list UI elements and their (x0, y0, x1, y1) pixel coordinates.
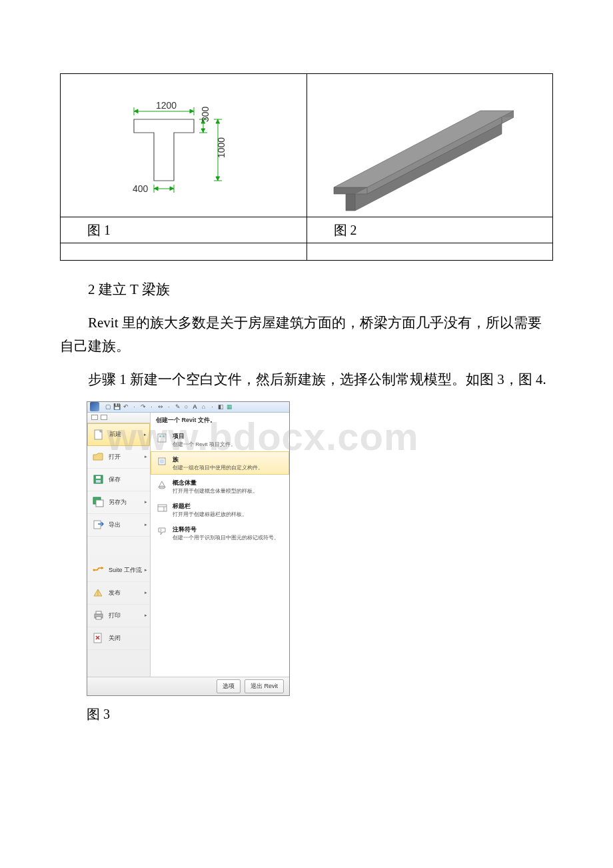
dim-1000: 1000 (216, 137, 227, 158)
qat-save-icon[interactable]: 💾 (113, 403, 121, 411)
menu-item-new[interactable]: 新建▸ (87, 423, 150, 446)
menu-item-label: 导出 (109, 520, 145, 530)
qat-home-icon[interactable]: ⌂ (200, 403, 207, 411)
svg-marker-15 (346, 194, 355, 211)
menu-item-publish[interactable]: 发布▸ (87, 582, 150, 605)
menu-item-label: 保存 (109, 475, 147, 485)
new-submenu-item-family[interactable]: 族创建一组在项目中使用的自定义构件。 (151, 451, 289, 475)
svg-point-26 (93, 569, 95, 571)
menu-item-label: 发布 (109, 588, 145, 598)
recent-doc-icon (91, 415, 98, 420)
submenu-item-desc: 打开用于创建标题栏族的样板。 (173, 511, 247, 518)
new-submenu-item-anno[interactable]: i注释符号创建一个用于识别项目中图元的标记或符号。 (151, 521, 289, 545)
submenu-item-title: 概念体量 (173, 478, 258, 488)
fig3-label: 图 3 (60, 703, 553, 725)
mass-icon (155, 478, 170, 491)
svg-rect-32 (158, 434, 166, 442)
paragraph-1: Revit 里的族大多数是关于房屋建筑方面的，桥梁方面几乎没有，所以需要自己建族… (60, 311, 553, 359)
anno-icon: i (155, 525, 170, 538)
svg-rect-25 (94, 521, 101, 529)
menu-item-print[interactable]: 打印▸ (87, 605, 150, 627)
open-icon (91, 450, 106, 463)
qat-redo-icon[interactable]: ↷ (139, 403, 147, 411)
fig1-label-cell: 图 1 (61, 217, 307, 243)
app-menu-footer: 选项 退出 Revit (87, 677, 289, 695)
fig2-cell (306, 74, 553, 217)
dim-400: 400 (133, 183, 149, 194)
submenu-item-desc: 打开用于创建概念体量模型的样板。 (173, 488, 258, 495)
svg-rect-29 (96, 611, 101, 614)
right-panel-header: 创建一个 Revit 文件。 (151, 413, 289, 428)
menu-item-label: 打印 (109, 611, 145, 621)
menu-item-label: 关闭 (109, 633, 147, 643)
export-icon (91, 518, 106, 531)
svg-text:i: i (161, 528, 161, 532)
svg-rect-36 (160, 459, 164, 463)
qat-3d-icon[interactable]: ◧ (217, 403, 225, 411)
svg-rect-38 (158, 505, 167, 511)
menu-item-saveas[interactable]: 另存为▸ (87, 491, 150, 514)
qat-panel-icon[interactable]: ▦ (226, 403, 233, 411)
title-icon (155, 501, 170, 515)
qat-text-icon[interactable]: A (191, 403, 199, 411)
project-icon (155, 431, 170, 445)
app-menu-left-column: 新建▸打开▸保存另存为▸导出▸Suite 工作流▸发布▸打印▸关闭 (87, 413, 151, 677)
save-icon (91, 473, 106, 486)
menu-item-close[interactable]: 关闭 (87, 627, 150, 650)
new-submenu-item-project[interactable]: 项目创建一个 Revit 项目文件。 (151, 428, 289, 451)
exit-revit-button[interactable]: 退出 Revit (245, 679, 284, 693)
chevron-right-icon: ▸ (145, 498, 147, 506)
svg-rect-34 (163, 435, 165, 437)
fig1-diagram: 1200 300 (61, 74, 306, 217)
close-icon (91, 631, 106, 645)
submenu-item-title: 标题栏 (173, 501, 247, 511)
suite-icon (91, 563, 106, 577)
svg-rect-30 (96, 617, 101, 619)
submenu-item-title: 族 (173, 455, 263, 465)
qat-open-icon[interactable]: ▢ (105, 403, 112, 411)
svg-rect-22 (96, 480, 101, 483)
qat-align-icon[interactable]: ✎ (174, 403, 181, 411)
qat-measure-icon[interactable]: ⇔ (157, 403, 164, 411)
fig2-diagram (307, 74, 553, 217)
qat-undo-icon[interactable]: ↶ (122, 403, 129, 411)
family-icon (155, 455, 170, 468)
new-submenu-item-title[interactable]: 标题栏打开用于创建标题栏族的样板。 (151, 498, 289, 521)
diagram-table: 1200 300 (60, 73, 553, 261)
dim-300: 300 (200, 106, 211, 122)
menu-item-label: 打开 (109, 452, 145, 462)
qat-circle-icon[interactable]: ○ (183, 403, 190, 411)
revit-logo-icon[interactable] (90, 402, 99, 411)
menu-item-save[interactable]: 保存 (87, 469, 150, 491)
recent-docs-row[interactable] (87, 413, 150, 423)
chevron-right-icon: ▸ (145, 453, 147, 461)
saveas-icon (91, 495, 106, 509)
print-icon (91, 609, 106, 622)
app-menu-right-column: 创建一个 Revit 文件。 项目创建一个 Revit 项目文件。族创建一组在项… (151, 413, 289, 677)
revit-app-menu-screenshot: ▢ 💾 ↶ · ↷ · ⇔ · ✎ ○ A ⌂ · ◧ ▦ 新建▸打开▸保存另存… (87, 401, 290, 696)
menu-item-label: Suite 工作流 (109, 565, 145, 575)
paragraph-2: 步骤 1 新建一个空白文件，然后新建族，选择公制常规模型。如图 3，图 4. (60, 368, 553, 392)
menu-item-label: 新建 (109, 429, 144, 439)
submenu-item-desc: 创建一个用于识别项目中图元的标记或符号。 (173, 535, 279, 541)
new-submenu-item-mass[interactable]: 概念体量打开用于创建概念体量模型的样板。 (151, 475, 289, 498)
qat-sep2-icon: · (148, 403, 155, 411)
submenu-item-desc: 创建一组在项目中使用的自定义构件。 (173, 465, 263, 471)
fig1-label: 图 1 (87, 223, 111, 237)
menu-item-export[interactable]: 导出▸ (87, 514, 150, 537)
t-section-drawing: 1200 300 (94, 94, 254, 214)
dim-1200: 1200 (156, 100, 177, 111)
fig2-label: 图 2 (334, 223, 357, 237)
svg-marker-17 (355, 117, 514, 194)
publish-icon (91, 586, 106, 599)
submenu-item-title: 注释符号 (173, 525, 279, 535)
options-button[interactable]: 选项 (217, 679, 241, 693)
fig1-cell: 1200 300 (61, 74, 307, 217)
qat-sep3-icon: · (165, 403, 173, 411)
section2-heading: 2 建立 T 梁族 (60, 278, 553, 302)
menu-item-open[interactable]: 打开▸ (87, 446, 150, 469)
menu-item-suite[interactable]: Suite 工作流▸ (87, 559, 150, 582)
t-beam-3d (307, 74, 514, 217)
quick-access-toolbar: ▢ 💾 ↶ · ↷ · ⇔ · ✎ ○ A ⌂ · ◧ ▦ (87, 402, 289, 413)
chevron-right-icon: ▸ (145, 566, 147, 574)
